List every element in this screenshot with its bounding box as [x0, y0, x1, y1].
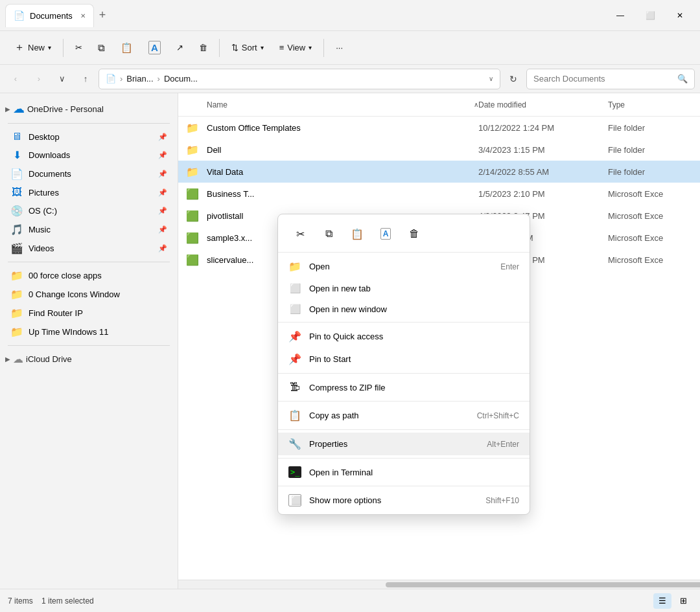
address-bar: ‹ › ∨ ↑ 📄 › Brian... › Docum... ∨ ↻ 🔍 — [0, 65, 700, 93]
ctx-copy-path-shortcut: Ctrl+Shift+C — [477, 411, 519, 420]
paste-button[interactable]: 📋 — [114, 38, 139, 58]
sidebar-item-osc[interactable]: 💿 OS (C:) 📌 — [3, 201, 175, 220]
ctx-compress[interactable]: 🗜 Compress to ZIP file — [278, 376, 530, 398]
sidebar-label-videos: Videos — [29, 244, 153, 253]
ctx-open[interactable]: 📁 Open Enter — [278, 255, 530, 278]
breadcrumb-dropdown-icon[interactable]: ∨ — [489, 75, 493, 82]
ctx-paste-button[interactable]: 📋 — [345, 222, 369, 245]
ctx-separator-4 — [278, 429, 530, 430]
up-button[interactable]: ↑ — [75, 69, 96, 89]
sidebar-item-videos[interactable]: 🎬 Videos 📌 — [3, 239, 175, 258]
maximize-button[interactable]: ⬜ — [635, 5, 665, 26]
recent-locations-button[interactable]: ∨ — [52, 69, 73, 89]
breadcrumb-sep-2: › — [158, 74, 160, 84]
ctx-paste-icon: 📋 — [351, 228, 364, 240]
new-button[interactable]: ＋ New ▾ — [8, 37, 58, 58]
sidebar-item-desktop[interactable]: 🖥 Desktop 📌 — [3, 128, 175, 146]
expand-arrow-icloud-icon: ▶ — [5, 356, 10, 363]
view-button[interactable]: ≡ View ▾ — [273, 39, 319, 56]
ctx-terminal[interactable]: >_ Open in Terminal — [278, 461, 530, 483]
icloud-icon: ☁ — [13, 353, 23, 365]
file-icon-1: 📁 — [186, 144, 202, 156]
file-row-0[interactable]: 📁 Custom Office Templates 10/12/2022 1:2… — [178, 117, 700, 139]
refresh-button[interactable]: ↻ — [503, 69, 524, 89]
pin-icon-osc: 📌 — [158, 207, 167, 215]
minimize-button[interactable]: — — [605, 5, 635, 26]
title-bar: 📄 Documents ✕ + — ⬜ ✕ — [0, 0, 700, 31]
file-date-2: 2/14/2022 8:55 AM — [478, 167, 608, 177]
icloud-expand[interactable]: ▶ ☁ iCloud Drive — [0, 350, 178, 368]
ctx-separator-2 — [278, 373, 530, 374]
ctx-more-options[interactable]: ⬜ Show more options Shift+F10 — [278, 489, 530, 512]
onedrive-expand[interactable]: ▶ ☁ OneDrive - Personal — [0, 98, 178, 119]
sidebar-item-documents[interactable]: 📄 Documents 📌 — [3, 164, 175, 183]
copy-button[interactable]: ⧉ — [91, 38, 111, 58]
ctx-open-new-tab[interactable]: ⬜ Open in new tab — [278, 278, 530, 299]
col-type-header[interactable]: Type — [608, 100, 692, 109]
file-icon-0: 📁 — [186, 122, 202, 134]
grid-view-button[interactable]: ⊞ — [674, 593, 692, 609]
sidebar-item-downloads[interactable]: ⬇ Downloads 📌 — [3, 146, 175, 164]
sidebar-item-0change[interactable]: 📁 0 Change Icons Window — [3, 285, 175, 304]
more-button[interactable]: ··· — [329, 39, 349, 56]
cut-icon: ✂ — [75, 43, 82, 52]
ctx-open-label: Open — [309, 262, 493, 271]
ctx-rename-button[interactable]: A — [374, 222, 397, 245]
breadcrumb-part-2: Docum... — [164, 74, 198, 84]
file-icon-4: 🟩 — [186, 210, 202, 222]
ctx-open-icon: 📁 — [288, 260, 301, 273]
tab-close-button[interactable]: ✕ — [80, 12, 86, 19]
toolbar-separator-3 — [323, 39, 324, 57]
ctx-delete-button[interactable]: 🗑 — [402, 222, 426, 245]
toolbar-separator-2 — [219, 39, 220, 57]
breadcrumb[interactable]: 📄 › Brian... › Docum... ∨ — [99, 69, 500, 89]
documents-tab[interactable]: 📄 Documents ✕ — [5, 4, 94, 27]
status-view-controls: ☰ ⊞ — [653, 593, 692, 609]
sidebar-item-findrouter[interactable]: 📁 Find Router IP — [3, 304, 175, 323]
ctx-pin-quick[interactable]: 📌 Pin to Quick access — [278, 325, 530, 348]
file-icon-6: 🟩 — [186, 254, 202, 266]
ctx-open-tab-icon: ⬜ — [288, 283, 301, 293]
ctx-open-new-window[interactable]: ⬜ Open in new window — [278, 299, 530, 319]
ctx-open-window-label: Open in new window — [309, 304, 511, 314]
hscroll-thumb[interactable] — [386, 582, 700, 587]
status-bar: 7 items 1 item selected ☰ ⊞ — [0, 589, 700, 612]
new-tab-button[interactable]: + — [94, 6, 111, 25]
rename-button[interactable]: A — [142, 37, 167, 58]
file-icon-3: 🟩 — [186, 188, 202, 200]
rename-icon: A — [148, 41, 161, 54]
file-row-3[interactable]: 🟩 Business T... 1/5/2023 2:10 PM Microso… — [178, 183, 700, 205]
delete-button[interactable]: 🗑 — [192, 39, 214, 56]
back-button[interactable]: ‹ — [5, 69, 26, 89]
sidebar-item-00force[interactable]: 📁 00 force close apps — [3, 266, 175, 285]
horizontal-scrollbar[interactable] — [178, 580, 700, 589]
list-view-button[interactable]: ☰ — [653, 593, 671, 609]
sidebar-item-pictures[interactable]: 🖼 Pictures 📌 — [3, 183, 175, 201]
sidebar-label-pictures: Pictures — [29, 188, 153, 198]
file-row-2[interactable]: 📁 Vital Data 2/14/2022 8:55 AM File fold… — [178, 161, 700, 183]
search-input[interactable] — [533, 74, 673, 84]
ctx-copy-path[interactable]: 📋 Copy as path Ctrl+Shift+C — [278, 404, 530, 427]
forward-button[interactable]: › — [29, 69, 49, 89]
ctx-properties[interactable]: 🔧 Properties Alt+Enter — [278, 433, 530, 455]
sort-arrow-icon[interactable]: ∧ — [474, 101, 478, 108]
sidebar-item-uptime[interactable]: 📁 Up Time WIndows 11 — [3, 323, 175, 341]
sort-button[interactable]: ⇅ Sort ▾ — [225, 39, 270, 56]
share-button[interactable]: ↗ — [170, 39, 190, 56]
sidebar-item-music[interactable]: 🎵 Music 📌 — [3, 220, 175, 239]
context-menu: ✂ ⧉ 📋 A 🗑 📁 Open Enter ⬜ Open in new tab… — [277, 214, 530, 515]
file-row-1[interactable]: 📁 Dell 3/4/2023 1:15 PM File folder — [178, 139, 700, 161]
cut-button[interactable]: ✂ — [69, 39, 89, 56]
col-name-header[interactable]: Name — [207, 100, 471, 109]
ctx-pin-start[interactable]: 📌 Pin to Start — [278, 348, 530, 370]
col-date-header[interactable]: Date modified — [478, 100, 608, 109]
close-button[interactable]: ✕ — [665, 5, 695, 26]
videos-icon: 🎬 — [10, 242, 23, 255]
breadcrumb-part-1: Brian... — [126, 74, 153, 84]
tab-doc-icon: 📄 — [14, 10, 25, 21]
ctx-copy-button[interactable]: ⧉ — [317, 222, 340, 245]
folder-icon-0change: 📁 — [10, 288, 23, 300]
ctx-properties-label: Properties — [309, 439, 479, 449]
ctx-cut-button[interactable]: ✂ — [288, 222, 312, 245]
ctx-compress-icon: 🗜 — [288, 381, 301, 393]
